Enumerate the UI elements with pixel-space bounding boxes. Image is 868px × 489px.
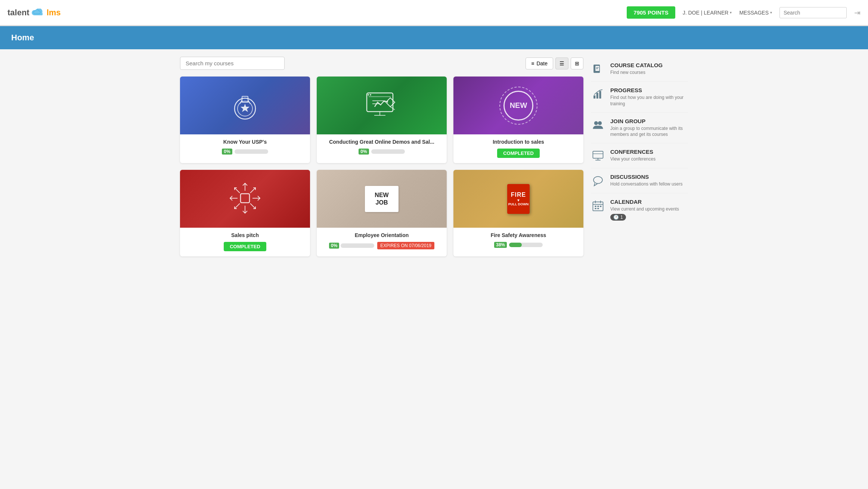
sort-date-button[interactable]: ≡ Date — [526, 57, 553, 69]
calendar-badge: 🕐1 — [610, 214, 626, 221]
svg-rect-42 — [595, 208, 596, 209]
course-thumbnail — [317, 77, 447, 134]
list-view-icon: ☰ — [559, 60, 564, 66]
sidebar: COURSE CATALOG Find new courses PROGRESS… — [591, 57, 688, 256]
exit-icon[interactable]: ⇥ — [854, 8, 861, 17]
sidebar-item-title: COURSE CATALOG — [610, 62, 663, 68]
svg-point-34 — [593, 177, 602, 184]
sidebar-item-desc: View current and upcoming events — [610, 206, 679, 212]
calendar-icon — [591, 199, 605, 213]
svg-rect-30 — [593, 151, 603, 158]
svg-rect-43 — [597, 208, 599, 209]
main-content: ≡ Date ☰ ⊞ — [173, 49, 695, 264]
sidebar-item-join-group[interactable]: JOIN GROUP Join a group to communicate w… — [591, 113, 688, 144]
svg-line-22 — [250, 188, 255, 193]
messages-label: MESSAGES — [739, 10, 769, 16]
completed-badge: COMPLETED — [497, 149, 540, 158]
svg-rect-39 — [595, 206, 596, 207]
course-card[interactable]: Know Your USP's 0% — [180, 77, 310, 163]
sidebar-item-text: COURSE CATALOG Find new courses — [610, 62, 663, 76]
progress-label: 0% — [359, 149, 369, 155]
toolbar-right: ≡ Date ☰ ⊞ — [526, 57, 583, 69]
sidebar-item-progress[interactable]: PROGRESS Find out how you are doing with… — [591, 82, 688, 113]
sidebar-item-title: CALENDAR — [610, 199, 679, 205]
course-info: Know Your USP's 0% — [180, 134, 310, 160]
messages-menu[interactable]: MESSAGES ▾ — [739, 10, 772, 16]
screen-icon — [365, 91, 399, 120]
logo-lms-text: lms — [47, 8, 61, 18]
svg-line-24 — [250, 203, 255, 209]
course-info: Sales pitch COMPLETED — [180, 228, 310, 256]
sidebar-item-course-catalog[interactable]: COURSE CATALOG Find new courses — [591, 57, 688, 82]
sidebar-item-text: CALENDAR View current and upcoming event… — [610, 199, 679, 221]
page-title: Home — [11, 33, 857, 43]
course-thumbnail — [180, 170, 310, 228]
svg-rect-25 — [593, 95, 595, 99]
chart-icon — [591, 87, 605, 101]
points-button[interactable]: 7905 POINTS — [627, 6, 675, 19]
svg-rect-16 — [241, 194, 249, 203]
progress-row: 0% EXPIRES ON 07/06/2019 — [322, 242, 441, 249]
svg-point-8 — [368, 94, 369, 96]
logo[interactable]: talent lms — [7, 8, 619, 18]
sidebar-item-text: DISCUSSIONS Hold conversations with fell… — [610, 174, 682, 187]
sidebar-item-desc: Hold conversations with fellow users — [610, 181, 682, 187]
course-info: Employee Orientation 0% EXPIRES ON 07/06… — [317, 228, 447, 255]
box-arrows-icon — [226, 180, 264, 218]
sort-label: Date — [536, 60, 548, 66]
course-card[interactable]: NEWJOB Employee Orientation 0% EXPIRES O… — [317, 170, 447, 256]
logo-talent-text: talent — [7, 8, 30, 18]
new-badge-icon: NEW — [503, 91, 533, 121]
user-label: J. DOE | LEARNER — [683, 10, 729, 16]
sidebar-item-title: CONFERENCES — [610, 149, 655, 155]
progress-label: 0% — [222, 149, 232, 155]
course-title: Sales pitch — [185, 232, 305, 238]
sidebar-item-text: PROGRESS Find out how you are doing with… — [610, 87, 688, 107]
progress-bar-wrap: 0% — [322, 149, 441, 155]
list-view-button[interactable]: ☰ — [555, 57, 568, 69]
sidebar-item-title: JOIN GROUP — [610, 118, 688, 124]
course-grid: Know Your USP's 0% — [180, 77, 583, 256]
top-navigation: talent lms 7905 POINTS J. DOE | LEARNER … — [0, 0, 868, 26]
course-info: Introduction to sales COMPLETED — [453, 134, 583, 163]
sidebar-item-text: CONFERENCES View your conferences — [610, 149, 655, 162]
svg-rect-26 — [596, 93, 598, 99]
new-job-icon: NEWJOB — [365, 186, 399, 212]
svg-rect-41 — [600, 206, 601, 207]
svg-marker-2 — [241, 104, 249, 112]
page-header: Home — [0, 26, 868, 49]
progress-bar-wrap: 0% — [185, 149, 305, 155]
sidebar-item-desc: Find new courses — [610, 69, 663, 76]
user-menu[interactable]: J. DOE | LEARNER ▾ — [683, 10, 732, 16]
sidebar-item-desc: Find out how you are doing with your tra… — [610, 94, 688, 107]
svg-line-23 — [235, 203, 240, 209]
svg-point-29 — [598, 121, 602, 125]
fire-alarm-icon: FIRE ▼ PULL DOWN — [507, 184, 530, 214]
progress-bar-wrap: 38% — [459, 242, 578, 248]
sidebar-item-discussions[interactable]: DISCUSSIONS Hold conversations with fell… — [591, 168, 688, 193]
monitor-icon — [591, 149, 605, 163]
svg-line-21 — [235, 188, 240, 193]
chat-icon — [591, 174, 605, 188]
sidebar-item-calendar[interactable]: CALENDAR View current and upcoming event… — [591, 193, 688, 226]
course-thumbnail — [180, 77, 310, 134]
sidebar-item-conferences[interactable]: CONFERENCES View your conferences — [591, 143, 688, 168]
courses-toolbar: ≡ Date ☰ ⊞ — [180, 57, 583, 70]
search-courses-input[interactable] — [180, 57, 285, 70]
progress-bar-wrap: 0% — [329, 243, 374, 249]
group-icon — [591, 118, 605, 132]
course-thumbnail: NEWJOB — [317, 170, 447, 228]
course-card[interactable]: NEW Introduction to sales COMPLETED — [453, 77, 583, 163]
course-card[interactable]: Conducting Great Online Demos and Sal...… — [317, 77, 447, 163]
sort-icon: ≡ — [531, 60, 534, 66]
sidebar-item-text: JOIN GROUP Join a group to communicate w… — [610, 118, 688, 138]
search-input[interactable] — [779, 7, 847, 18]
course-card[interactable]: FIRE ▼ PULL DOWN Fire Safety Awareness 3… — [453, 170, 583, 256]
course-title: Employee Orientation — [322, 232, 441, 238]
course-title: Fire Safety Awareness — [459, 232, 578, 238]
course-title: Introduction to sales — [459, 139, 578, 145]
user-chevron-icon: ▾ — [730, 10, 732, 15]
grid-view-button[interactable]: ⊞ — [571, 57, 583, 69]
progress-bar-outer — [341, 243, 374, 248]
course-card[interactable]: Sales pitch COMPLETED — [180, 170, 310, 256]
